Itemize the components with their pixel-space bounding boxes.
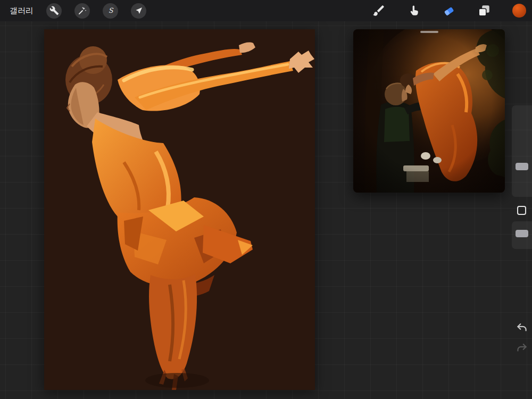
smudge-tool-button[interactable] <box>406 3 421 18</box>
color-swatch-button[interactable] <box>512 3 527 18</box>
actions-button[interactable] <box>46 3 62 19</box>
brush-icon <box>372 4 386 18</box>
wrench-icon <box>49 6 59 15</box>
undo-button[interactable] <box>514 319 530 335</box>
workspace <box>0 21 532 399</box>
transform-button[interactable] <box>131 3 146 19</box>
opacity-slider[interactable] <box>512 221 532 249</box>
active-color-swatch <box>512 4 526 18</box>
gallery-button[interactable]: 갤러리 <box>10 6 34 16</box>
brush-size-slider[interactable] <box>512 105 532 197</box>
artwork-dancer-painting <box>44 29 315 390</box>
opacity-slider-handle[interactable] <box>516 230 528 237</box>
adjustments-button[interactable] <box>74 3 90 19</box>
redo-button[interactable] <box>514 339 530 355</box>
brush-size-slider-handle[interactable] <box>516 163 528 170</box>
svg-text:S: S <box>108 6 113 14</box>
canvas[interactable] <box>44 29 315 390</box>
magic-wand-icon <box>78 6 87 15</box>
layers-button[interactable] <box>477 3 492 18</box>
topbar: 갤러리 S <box>0 0 532 21</box>
topbar-left-group: 갤러리 S <box>0 3 146 19</box>
reference-window[interactable] <box>353 29 505 193</box>
redo-icon <box>515 340 529 354</box>
reference-image <box>353 29 505 193</box>
eraser-icon <box>442 4 456 18</box>
modify-button[interactable] <box>517 206 526 215</box>
erase-tool-button[interactable] <box>442 3 456 18</box>
layers-icon <box>477 4 491 18</box>
transform-arrow-icon <box>134 6 144 15</box>
topbar-right-group <box>371 3 532 18</box>
undo-icon <box>515 320 529 334</box>
smudge-finger-icon <box>407 4 421 18</box>
reference-drag-handle[interactable] <box>420 31 438 33</box>
selection-button[interactable]: S <box>103 3 118 19</box>
selection-s-icon: S <box>106 6 115 15</box>
procreate-app: 갤러리 S <box>0 0 532 399</box>
paint-tool-button[interactable] <box>371 3 386 18</box>
